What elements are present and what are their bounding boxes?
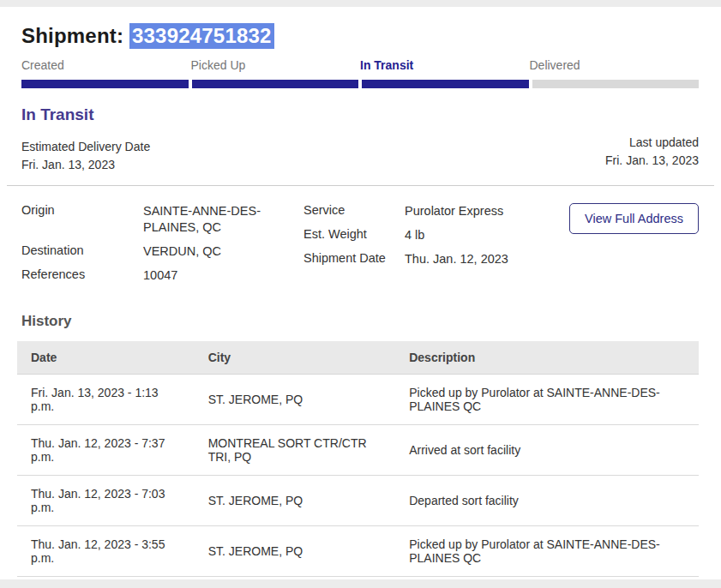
history-table-body: Fri. Jan. 13, 2023 - 1:13 p.m. ST. JEROM…: [17, 375, 699, 580]
row-date-cell: Thu. Jan. 12, 2023 - 7:03 p.m.: [17, 476, 195, 526]
estimated-delivery-label: Estimated Delivery Date: [21, 138, 150, 156]
destination-label: Destination: [21, 243, 143, 260]
last-updated-date: Fri. Jan. 13, 2023: [605, 152, 699, 170]
stage-label-created: Created: [21, 58, 191, 72]
row-city-cell: Purolator: [195, 577, 396, 580]
stage-label-picked-up: Picked Up: [191, 58, 361, 72]
details-button-wrap: View Full Address: [569, 203, 699, 234]
shipment-card: Shipment: 333924751832 Created Picked Up…: [0, 7, 721, 579]
row-description-cell: Picked up by Purolator at SAINTE-ANNE-DE…: [395, 526, 699, 577]
dates-row: Estimated Delivery Date Fri. Jan. 13, 20…: [21, 138, 699, 174]
page-title: Shipment: 333924751832: [21, 7, 699, 48]
view-full-address-button[interactable]: View Full Address: [569, 203, 699, 234]
stage-label-in-transit: In Transit: [360, 58, 530, 72]
last-updated-block: Last updated Fri. Jan. 13, 2023: [605, 134, 699, 174]
estimated-delivery-block: Estimated Delivery Date Fri. Jan. 13, 20…: [21, 138, 150, 174]
column-header-city: City: [195, 341, 396, 375]
last-updated-label: Last updated: [605, 134, 699, 152]
shipment-date-value: Thu. Jan. 12, 2023: [405, 251, 555, 267]
est-weight-value: 4 lb: [405, 227, 555, 243]
row-date-cell: Thu. Jan. 12, 2023 - 3:55 p.m.: [17, 526, 195, 577]
history-section: History Date City Description Fri. Jan. …: [0, 313, 721, 579]
row-description-cell: Departed sort facility: [395, 476, 699, 526]
history-heading: History: [17, 313, 699, 330]
table-row: Thu. Jan. 12, 2023 - 7:03 p.m. ST. JEROM…: [17, 476, 699, 526]
origin-label: Origin: [21, 203, 143, 236]
row-description-cell: Shipping label created with reference(s)…: [395, 577, 699, 580]
row-description-cell: Picked up by Purolator at SAINTE-ANNE-DE…: [395, 375, 699, 425]
row-city-cell: MONTREAL SORT CTR/CTR TRI, PQ: [195, 425, 396, 476]
estimated-delivery-date: Fri. Jan. 13, 2023: [21, 156, 150, 174]
est-weight-label: Est. Weight: [303, 227, 405, 243]
progress-stage-labels: Created Picked Up In Transit Delivered: [21, 58, 699, 72]
row-city-cell: ST. JEROME, PQ: [195, 526, 396, 577]
service-label: Service: [303, 203, 405, 219]
origin-value: SAINTE-ANNE-DES-PLAINES, QC: [143, 203, 303, 236]
table-row: Fri. Jan. 13, 2023 - 1:13 p.m. ST. JEROM…: [17, 375, 699, 425]
column-header-date: Date: [17, 341, 195, 375]
service-value: Purolator Express: [405, 203, 555, 219]
row-date-cell: Fri. Jan. 13, 2023 - 1:13 p.m.: [17, 375, 195, 425]
history-table: Date City Description Fri. Jan. 13, 2023…: [17, 341, 699, 579]
details-left-group: Origin SAINTE-ANNE-DES-PLAINES, QC Desti…: [21, 203, 303, 284]
details-right-group: Service Purolator Express Est. Weight 4 …: [303, 203, 555, 267]
progress-bar: [21, 80, 699, 88]
destination-value: VERDUN, QC: [143, 243, 303, 260]
row-city-cell: ST. JEROME, PQ: [195, 375, 396, 425]
row-city-cell: ST. JEROME, PQ: [195, 476, 396, 526]
progress-segment-in-transit: [362, 80, 529, 88]
table-row: Thu. Jan. 12, 2023 - 7:37 p.m. MONTREAL …: [17, 425, 699, 476]
status-heading: In Transit: [21, 105, 699, 124]
row-description-cell: Arrived at sort facility: [395, 425, 699, 476]
stage-label-delivered: Delivered: [530, 58, 700, 72]
table-row: Thu. Jan. 12, 2023 - 3:20 p.m. Purolator…: [17, 577, 699, 580]
references-value: 10047: [143, 267, 303, 284]
history-table-header: Date City Description: [17, 341, 699, 375]
references-label: References: [21, 267, 143, 284]
shipment-date-label: Shipment Date: [303, 251, 405, 267]
table-row: Thu. Jan. 12, 2023 - 3:55 p.m. ST. JEROM…: [17, 526, 699, 577]
progress-segment-created: [21, 80, 189, 88]
shipment-title-label: Shipment:: [21, 24, 123, 47]
row-date-cell: Thu. Jan. 12, 2023 - 7:37 p.m.: [17, 425, 195, 476]
progress-segment-delivered: [532, 80, 700, 88]
section-divider: [7, 185, 714, 186]
progress-segment-picked-up: [192, 80, 359, 88]
row-date-cell: Thu. Jan. 12, 2023 - 3:20 p.m.: [17, 577, 195, 580]
shipment-details: Origin SAINTE-ANNE-DES-PLAINES, QC Desti…: [21, 203, 699, 284]
shipment-number-highlighted[interactable]: 333924751832: [129, 23, 274, 49]
column-header-description: Description: [395, 341, 699, 375]
